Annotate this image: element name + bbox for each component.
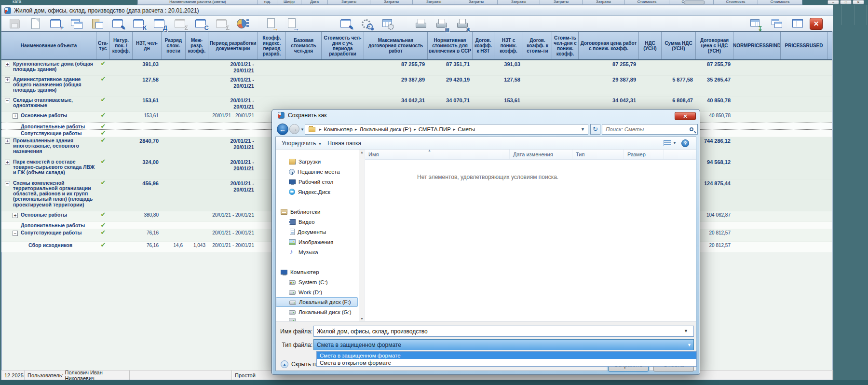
edit-calculation-icon[interactable]: ✎ bbox=[339, 17, 353, 30]
expand-icon[interactable]: + bbox=[5, 160, 10, 165]
breadcrumb-segment[interactable]: Компьютер bbox=[324, 126, 353, 132]
list-column-3[interactable]: Тип bbox=[572, 150, 624, 159]
expand-icon[interactable]: + bbox=[5, 62, 10, 67]
address-dropdown-icon[interactable]: ▼ bbox=[581, 127, 585, 132]
collapse-icon[interactable]: − bbox=[5, 98, 10, 103]
nav-scrollbar[interactable]: ▲ ▼ bbox=[359, 150, 365, 321]
new-folder-button[interactable]: Новая папка bbox=[327, 140, 361, 147]
totals-cost-icon[interactable]: Σ bbox=[215, 17, 229, 30]
sidebar-item-1[interactable]: Недавние места bbox=[276, 166, 359, 177]
column-header-stoim_uchet[interactable]: Стоимость чел-дня с уч. периода разработ… bbox=[322, 32, 364, 59]
sidebar-item-2[interactable]: Рабочий стол bbox=[276, 177, 359, 187]
breadcrumb[interactable]: ▸ Компьютер▸Локальный диск (F:)▸СМЕТА.ПИ… bbox=[305, 124, 588, 135]
sidebar-item-8[interactable]: Музыка bbox=[276, 247, 359, 257]
print-icon[interactable] bbox=[414, 17, 428, 30]
table-row[interactable]: +Административное здание общего назначен… bbox=[1, 76, 832, 96]
collapse-icon[interactable]: − bbox=[5, 181, 10, 186]
sidebar-item-3[interactable]: Яндекс.Диск bbox=[276, 187, 359, 197]
print-preview-icon[interactable]: ▤ bbox=[434, 17, 449, 30]
sidebar-item-12[interactable]: Локальный диск (F:) bbox=[276, 297, 358, 307]
sidebar-item-6[interactable]: Документы bbox=[276, 227, 359, 237]
column-header-nds[interactable]: НДС (УСН) bbox=[639, 32, 662, 59]
collapse-icon[interactable]: − bbox=[13, 231, 18, 236]
expand-icon[interactable]: + bbox=[13, 213, 18, 218]
help-button[interactable]: ? bbox=[681, 139, 689, 147]
parent-scrollbar-thumb[interactable] bbox=[684, 0, 705, 4]
scroll-down-icon[interactable]: ▼ bbox=[360, 317, 364, 320]
column-header-max_dogov[interactable]: Максимальная договорная стоимость работ bbox=[364, 32, 428, 59]
minimize-button[interactable]: – bbox=[827, 0, 839, 4]
export-icon[interactable]: → bbox=[285, 17, 299, 30]
column-header-natur[interactable]: Натур. пок. / коэфф. bbox=[110, 32, 133, 59]
sidebar-item-13[interactable]: Локальный диск (G:) bbox=[276, 307, 359, 317]
expand-icon[interactable]: + bbox=[5, 77, 10, 82]
refresh-button[interactable]: ↻ bbox=[590, 124, 600, 135]
breadcrumb-segment[interactable]: Локальный диск (F:) bbox=[360, 126, 412, 132]
file-type-option-1[interactable]: Смета в защищенном формате bbox=[317, 352, 696, 359]
settings-search-icon[interactable] bbox=[360, 17, 374, 30]
print-settings-icon[interactable]: ✱ bbox=[455, 17, 470, 30]
breadcrumb-segment[interactable]: СМЕТА.ПИР bbox=[419, 126, 451, 132]
maximize-button[interactable]: □ bbox=[840, 0, 852, 4]
column-header-nzt[interactable]: НЗТ, чел-дн bbox=[133, 32, 162, 59]
structure-icon[interactable] bbox=[235, 17, 250, 30]
sidebar-item-0[interactable]: Загрузки bbox=[276, 156, 359, 166]
dialog-close-button[interactable]: ✕ bbox=[675, 112, 696, 120]
back-button[interactable]: ← bbox=[277, 124, 288, 135]
column-header-nzt_ponizh[interactable]: НЗТ с пониж. коэфф. bbox=[494, 32, 523, 59]
schedule-table-icon[interactable] bbox=[380, 17, 395, 30]
cost-icon[interactable]: С bbox=[194, 17, 208, 30]
new-document-icon[interactable] bbox=[28, 17, 42, 30]
column-header-dogov_stoim[interactable]: Догов. коэфф. к стоим-ти bbox=[523, 32, 552, 59]
column-header-dogov_nds[interactable]: Договорная цена с НДС (УСН) bbox=[696, 32, 733, 59]
sidebar-item-7[interactable]: Изображения bbox=[276, 237, 359, 247]
totals-icon[interactable]: Σ bbox=[173, 17, 188, 30]
column-header-pricessrused[interactable]: PRICESSRUSED bbox=[781, 32, 827, 59]
column-header-razryad[interactable]: Разряд слож-ности bbox=[162, 32, 186, 59]
sidebar-item-9[interactable]: Компьютер bbox=[276, 267, 359, 277]
import-icon[interactable]: → bbox=[264, 17, 279, 30]
sidebar-item-4[interactable]: Библиотеки bbox=[276, 206, 359, 217]
export-table-icon[interactable] bbox=[749, 17, 763, 30]
column-header-norm_ssr[interactable]: Нормативная стоимость для включения в СС… bbox=[428, 32, 473, 59]
column-header-stoim_ponizh[interactable]: Стоим-ть чел-дня с пониж. коэфф. bbox=[552, 32, 579, 59]
column-header-mezhrazr[interactable]: Меж-разр. коэфф. bbox=[186, 32, 208, 59]
list-column-1[interactable]: Имя bbox=[365, 150, 510, 159]
sidebar-item-10[interactable]: System (C:) bbox=[276, 277, 359, 287]
add-object-icon[interactable]: + bbox=[49, 17, 63, 30]
breadcrumb-segment[interactable]: Сметы bbox=[458, 126, 475, 132]
column-header-dogov_cena[interactable]: Договорная цена работ с пониж. коэфф. bbox=[579, 32, 639, 59]
list-column-4[interactable]: Размер bbox=[624, 150, 664, 159]
column-header-name[interactable]: Наименование объекта bbox=[1, 32, 96, 59]
sidebar-item-11[interactable]: Work (D:) bbox=[276, 287, 359, 297]
column-header-bazovaya[interactable]: Базовая стоимость чел-дня bbox=[286, 32, 322, 59]
column-header-summa_nds[interactable]: Сумма НДС (УСН) bbox=[662, 32, 696, 59]
file-type-combo[interactable]: Смета в защищенном формате ▼ bbox=[313, 339, 694, 350]
column-header-dogov_nzt[interactable]: Догов. коэфф. к НЗТ bbox=[473, 32, 494, 59]
file-type-option-2[interactable]: Смета в открытом формате bbox=[317, 359, 696, 366]
forward-button[interactable]: → bbox=[289, 124, 299, 134]
table-row[interactable]: +Крупнопанельные дома (общая площадь зда… bbox=[1, 60, 832, 76]
edit-object-icon[interactable]: ✎ bbox=[111, 17, 125, 30]
scroll-up-icon[interactable]: ▲ bbox=[360, 151, 364, 154]
windows-tile-icon[interactable] bbox=[790, 17, 805, 30]
close-button[interactable]: ✕ bbox=[853, 0, 864, 4]
search-input[interactable]: Поиск: Сметы bbox=[602, 124, 698, 135]
windows-cascade-icon[interactable] bbox=[770, 17, 784, 30]
column-header-norm_ind[interactable]: NORMPRICESSRIND bbox=[733, 32, 781, 59]
save-icon[interactable] bbox=[7, 17, 22, 30]
file-name-dropdown-icon[interactable]: ▼ bbox=[684, 329, 688, 333]
history-dropdown-icon[interactable]: ▼ bbox=[300, 127, 304, 132]
copy-object-icon[interactable] bbox=[69, 17, 84, 30]
list-column-2[interactable]: Дата изменения bbox=[510, 150, 572, 159]
file-name-input[interactable] bbox=[313, 326, 694, 337]
expand-icon[interactable]: + bbox=[13, 113, 18, 119]
organize-button[interactable]: Упорядочить▼ bbox=[282, 140, 322, 147]
column-header-status[interactable]: Ста-тус bbox=[96, 32, 110, 59]
sidebar-item-5[interactable]: Видео bbox=[276, 217, 359, 227]
close-document-icon[interactable] bbox=[809, 17, 823, 30]
additional-data-icon[interactable]: Д bbox=[152, 17, 167, 30]
expand-icon[interactable]: + bbox=[5, 138, 10, 144]
coefficients-icon[interactable]: К bbox=[132, 17, 146, 30]
column-header-koef_index[interactable]: Коэфф. индекс. период разраб. bbox=[258, 32, 286, 59]
